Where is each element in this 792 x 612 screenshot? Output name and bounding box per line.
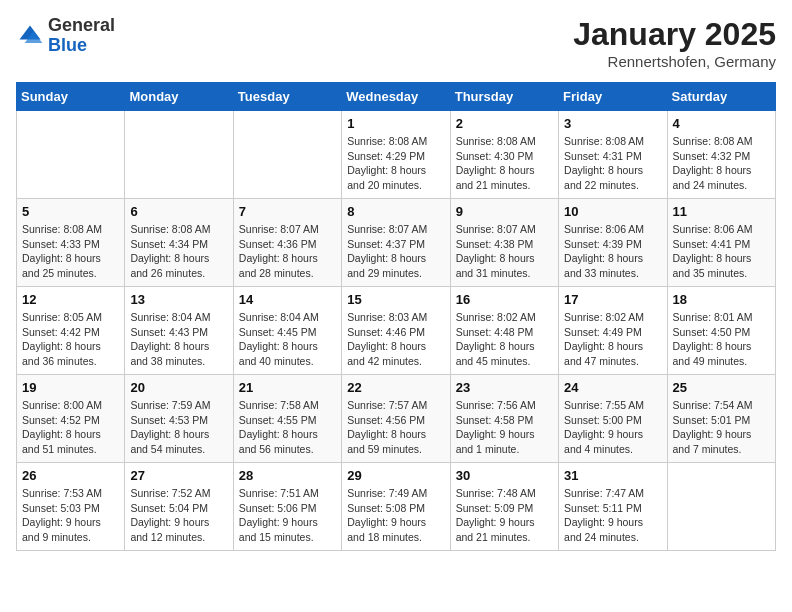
day-number: 19: [22, 380, 119, 395]
calendar-week-row: 5Sunrise: 8:08 AM Sunset: 4:33 PM Daylig…: [17, 199, 776, 287]
day-info: Sunrise: 7:59 AM Sunset: 4:53 PM Dayligh…: [130, 398, 227, 457]
location-text: Rennertshofen, Germany: [573, 53, 776, 70]
calendar-day-22: 22Sunrise: 7:57 AM Sunset: 4:56 PM Dayli…: [342, 375, 450, 463]
day-info: Sunrise: 8:01 AM Sunset: 4:50 PM Dayligh…: [673, 310, 770, 369]
weekday-header-sunday: Sunday: [17, 83, 125, 111]
day-number: 11: [673, 204, 770, 219]
weekday-header-tuesday: Tuesday: [233, 83, 341, 111]
day-info: Sunrise: 7:48 AM Sunset: 5:09 PM Dayligh…: [456, 486, 553, 545]
calendar-day-14: 14Sunrise: 8:04 AM Sunset: 4:45 PM Dayli…: [233, 287, 341, 375]
calendar-day-6: 6Sunrise: 8:08 AM Sunset: 4:34 PM Daylig…: [125, 199, 233, 287]
calendar-day-3: 3Sunrise: 8:08 AM Sunset: 4:31 PM Daylig…: [559, 111, 667, 199]
day-info: Sunrise: 8:06 AM Sunset: 4:41 PM Dayligh…: [673, 222, 770, 281]
day-info: Sunrise: 7:56 AM Sunset: 4:58 PM Dayligh…: [456, 398, 553, 457]
calendar-empty-cell: [233, 111, 341, 199]
calendar-week-row: 12Sunrise: 8:05 AM Sunset: 4:42 PM Dayli…: [17, 287, 776, 375]
day-info: Sunrise: 8:02 AM Sunset: 4:48 PM Dayligh…: [456, 310, 553, 369]
calendar-day-15: 15Sunrise: 8:03 AM Sunset: 4:46 PM Dayli…: [342, 287, 450, 375]
day-number: 17: [564, 292, 661, 307]
day-number: 14: [239, 292, 336, 307]
day-info: Sunrise: 8:04 AM Sunset: 4:45 PM Dayligh…: [239, 310, 336, 369]
day-number: 7: [239, 204, 336, 219]
calendar-week-row: 1Sunrise: 8:08 AM Sunset: 4:29 PM Daylig…: [17, 111, 776, 199]
calendar-day-2: 2Sunrise: 8:08 AM Sunset: 4:30 PM Daylig…: [450, 111, 558, 199]
day-info: Sunrise: 8:00 AM Sunset: 4:52 PM Dayligh…: [22, 398, 119, 457]
day-number: 9: [456, 204, 553, 219]
month-title: January 2025: [573, 16, 776, 53]
calendar-empty-cell: [125, 111, 233, 199]
calendar-day-23: 23Sunrise: 7:56 AM Sunset: 4:58 PM Dayli…: [450, 375, 558, 463]
day-info: Sunrise: 8:05 AM Sunset: 4:42 PM Dayligh…: [22, 310, 119, 369]
day-info: Sunrise: 7:54 AM Sunset: 5:01 PM Dayligh…: [673, 398, 770, 457]
day-number: 6: [130, 204, 227, 219]
day-info: Sunrise: 7:47 AM Sunset: 5:11 PM Dayligh…: [564, 486, 661, 545]
day-number: 25: [673, 380, 770, 395]
calendar-day-17: 17Sunrise: 8:02 AM Sunset: 4:49 PM Dayli…: [559, 287, 667, 375]
day-info: Sunrise: 8:06 AM Sunset: 4:39 PM Dayligh…: [564, 222, 661, 281]
calendar-day-12: 12Sunrise: 8:05 AM Sunset: 4:42 PM Dayli…: [17, 287, 125, 375]
calendar-day-18: 18Sunrise: 8:01 AM Sunset: 4:50 PM Dayli…: [667, 287, 775, 375]
day-info: Sunrise: 7:49 AM Sunset: 5:08 PM Dayligh…: [347, 486, 444, 545]
calendar-day-4: 4Sunrise: 8:08 AM Sunset: 4:32 PM Daylig…: [667, 111, 775, 199]
calendar-table: SundayMondayTuesdayWednesdayThursdayFrid…: [16, 82, 776, 551]
day-info: Sunrise: 8:07 AM Sunset: 4:37 PM Dayligh…: [347, 222, 444, 281]
day-number: 15: [347, 292, 444, 307]
day-info: Sunrise: 7:58 AM Sunset: 4:55 PM Dayligh…: [239, 398, 336, 457]
calendar-day-31: 31Sunrise: 7:47 AM Sunset: 5:11 PM Dayli…: [559, 463, 667, 551]
day-number: 4: [673, 116, 770, 131]
day-number: 18: [673, 292, 770, 307]
calendar-day-5: 5Sunrise: 8:08 AM Sunset: 4:33 PM Daylig…: [17, 199, 125, 287]
calendar-day-24: 24Sunrise: 7:55 AM Sunset: 5:00 PM Dayli…: [559, 375, 667, 463]
title-block: January 2025 Rennertshofen, Germany: [573, 16, 776, 70]
logo-blue-text: Blue: [48, 36, 115, 56]
day-number: 22: [347, 380, 444, 395]
day-number: 20: [130, 380, 227, 395]
day-info: Sunrise: 7:53 AM Sunset: 5:03 PM Dayligh…: [22, 486, 119, 545]
day-info: Sunrise: 7:55 AM Sunset: 5:00 PM Dayligh…: [564, 398, 661, 457]
day-number: 30: [456, 468, 553, 483]
weekday-header-friday: Friday: [559, 83, 667, 111]
day-number: 21: [239, 380, 336, 395]
day-info: Sunrise: 7:57 AM Sunset: 4:56 PM Dayligh…: [347, 398, 444, 457]
day-info: Sunrise: 7:52 AM Sunset: 5:04 PM Dayligh…: [130, 486, 227, 545]
weekday-header-monday: Monday: [125, 83, 233, 111]
calendar-day-9: 9Sunrise: 8:07 AM Sunset: 4:38 PM Daylig…: [450, 199, 558, 287]
day-number: 27: [130, 468, 227, 483]
day-info: Sunrise: 8:04 AM Sunset: 4:43 PM Dayligh…: [130, 310, 227, 369]
logo-icon: [16, 22, 44, 50]
day-info: Sunrise: 8:08 AM Sunset: 4:33 PM Dayligh…: [22, 222, 119, 281]
calendar-day-29: 29Sunrise: 7:49 AM Sunset: 5:08 PM Dayli…: [342, 463, 450, 551]
calendar-week-row: 19Sunrise: 8:00 AM Sunset: 4:52 PM Dayli…: [17, 375, 776, 463]
day-number: 29: [347, 468, 444, 483]
calendar-day-7: 7Sunrise: 8:07 AM Sunset: 4:36 PM Daylig…: [233, 199, 341, 287]
weekday-header-thursday: Thursday: [450, 83, 558, 111]
calendar-day-1: 1Sunrise: 8:08 AM Sunset: 4:29 PM Daylig…: [342, 111, 450, 199]
calendar-empty-cell: [667, 463, 775, 551]
day-number: 12: [22, 292, 119, 307]
logo-general-text: General: [48, 16, 115, 36]
day-info: Sunrise: 8:08 AM Sunset: 4:34 PM Dayligh…: [130, 222, 227, 281]
calendar-day-27: 27Sunrise: 7:52 AM Sunset: 5:04 PM Dayli…: [125, 463, 233, 551]
day-info: Sunrise: 8:07 AM Sunset: 4:38 PM Dayligh…: [456, 222, 553, 281]
day-number: 10: [564, 204, 661, 219]
day-number: 5: [22, 204, 119, 219]
day-info: Sunrise: 8:07 AM Sunset: 4:36 PM Dayligh…: [239, 222, 336, 281]
weekday-header-row: SundayMondayTuesdayWednesdayThursdayFrid…: [17, 83, 776, 111]
calendar-day-11: 11Sunrise: 8:06 AM Sunset: 4:41 PM Dayli…: [667, 199, 775, 287]
day-number: 3: [564, 116, 661, 131]
weekday-header-saturday: Saturday: [667, 83, 775, 111]
calendar-day-10: 10Sunrise: 8:06 AM Sunset: 4:39 PM Dayli…: [559, 199, 667, 287]
weekday-header-wednesday: Wednesday: [342, 83, 450, 111]
day-number: 24: [564, 380, 661, 395]
calendar-day-25: 25Sunrise: 7:54 AM Sunset: 5:01 PM Dayli…: [667, 375, 775, 463]
day-info: Sunrise: 7:51 AM Sunset: 5:06 PM Dayligh…: [239, 486, 336, 545]
day-info: Sunrise: 8:02 AM Sunset: 4:49 PM Dayligh…: [564, 310, 661, 369]
calendar-day-19: 19Sunrise: 8:00 AM Sunset: 4:52 PM Dayli…: [17, 375, 125, 463]
calendar-empty-cell: [17, 111, 125, 199]
calendar-day-28: 28Sunrise: 7:51 AM Sunset: 5:06 PM Dayli…: [233, 463, 341, 551]
logo: General Blue: [16, 16, 115, 56]
day-info: Sunrise: 8:08 AM Sunset: 4:29 PM Dayligh…: [347, 134, 444, 193]
day-number: 23: [456, 380, 553, 395]
calendar-day-26: 26Sunrise: 7:53 AM Sunset: 5:03 PM Dayli…: [17, 463, 125, 551]
day-number: 2: [456, 116, 553, 131]
